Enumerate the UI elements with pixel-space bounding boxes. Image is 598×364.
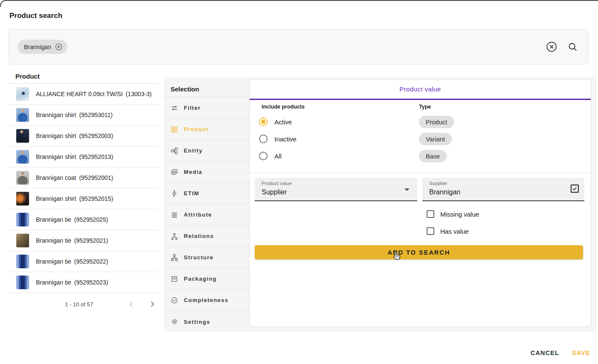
product-row[interactable]: Brannigan tie (952952025): [9, 209, 159, 230]
product-column-header: Product: [9, 72, 159, 84]
checkbox-unchecked-icon: [427, 210, 434, 218]
selection-panel: Selection Filter Product: [164, 77, 596, 332]
cancel-button[interactable]: CANCEL: [530, 349, 559, 356]
add-to-search-button[interactable]: ADD TO SEARCH: [255, 245, 583, 259]
card-divider: [250, 173, 591, 173]
radio-inactive[interactable]: Inactive: [259, 135, 297, 143]
tab-product-value[interactable]: Product value: [250, 79, 591, 100]
search-term-chip[interactable]: Brannigan: [18, 40, 67, 54]
caret-down-icon: [404, 188, 409, 191]
sidebar-item-settings[interactable]: Settings: [164, 311, 249, 332]
clear-search-icon[interactable]: [546, 41, 557, 53]
hub-icon: [171, 232, 178, 240]
next-page-icon[interactable]: [149, 301, 156, 308]
window-top-edge: [0, 0, 598, 7]
type-chip-product[interactable]: Product: [419, 116, 454, 128]
save-button[interactable]: SAVE: [572, 349, 590, 356]
sidebar-item-media[interactable]: Media: [164, 161, 249, 183]
sidebar-item-structure[interactable]: Structure: [164, 247, 249, 268]
product-row[interactable]: Brannigan tie (952952022): [9, 251, 159, 272]
type-label: Type: [419, 104, 431, 110]
product-value-select[interactable]: Product value Supplier: [255, 178, 417, 201]
include-products-label: Include products: [262, 104, 305, 110]
product-row[interactable]: ALLIANCE HEART 0.09ct TW/SI (13003-3): [9, 84, 159, 105]
sidebar-item-entity[interactable]: Entity: [164, 140, 249, 161]
sidebar-item-packaging[interactable]: Packaging: [164, 268, 249, 290]
filter-icon: [171, 104, 178, 112]
type-chip-variant[interactable]: Variant: [419, 133, 452, 145]
product-thumbnail: [16, 108, 29, 122]
sidebar-item-product[interactable]: Product: [164, 119, 249, 140]
pagination: 1 - 10 of 57: [9, 293, 159, 315]
supplier-checkbox[interactable]: [571, 185, 579, 193]
product-thumbnail: [16, 87, 29, 101]
box-icon: [171, 275, 178, 283]
check-circle-icon: [171, 296, 178, 304]
product-row[interactable]: Brannigan shirt (952953011): [9, 105, 159, 126]
sidebar-item-etim[interactable]: ETIM: [164, 183, 249, 204]
prev-page-icon[interactable]: [128, 301, 135, 308]
media-icon: [171, 168, 178, 176]
product-thumbnail: [16, 150, 29, 164]
selection-header: Selection: [164, 77, 249, 97]
sidebar-item-attribute[interactable]: Attribute: [164, 204, 249, 226]
search-icon[interactable]: [568, 42, 578, 52]
widgets-icon: [171, 126, 178, 133]
sidebar-item-relations[interactable]: Relations: [164, 226, 249, 247]
type-chip-base[interactable]: Base: [419, 150, 447, 162]
sidebar-item-filter[interactable]: Filter: [164, 97, 249, 119]
product-row[interactable]: Brannigan coat (952952001): [9, 167, 159, 188]
radio-active[interactable]: Active: [259, 117, 292, 126]
product-thumbnail: [16, 213, 29, 226]
product-row[interactable]: Brannigan shirt (952952003): [9, 126, 159, 147]
product-thumbnail: [16, 255, 29, 268]
checkbox-unchecked-icon: [427, 227, 434, 235]
product-thumbnail: [16, 129, 29, 143]
radio-selected-icon: [259, 117, 268, 126]
sitemap-icon: [171, 254, 178, 261]
product-row[interactable]: Brannigan shirt (952952015): [9, 188, 159, 209]
product-row[interactable]: Brannigan tie (952952021): [9, 230, 159, 251]
product-value-card: Product value Include products Type Acti…: [249, 79, 591, 327]
product-thumbnail: [16, 192, 29, 205]
lightning-icon: [171, 190, 178, 197]
list-lines-icon: [171, 211, 178, 219]
gear-icon: [171, 318, 178, 326]
missing-value-checkbox[interactable]: Missing value: [427, 210, 479, 218]
search-input[interactable]: Brannigan: [9, 29, 589, 65]
product-row[interactable]: Brannigan tie (952952023): [9, 272, 159, 293]
product-thumbnail: [16, 171, 29, 185]
pagination-range: 1 - 10 of 57: [65, 301, 93, 308]
radio-unselected-icon: [259, 152, 268, 160]
product-row[interactable]: Brannigan shirt (952952013): [9, 147, 159, 167]
page-title: Product search: [9, 12, 62, 20]
product-results-list: Product ALLIANCE HEART 0.09ct TW/SI (130…: [9, 72, 159, 315]
product-thumbnail: [16, 234, 29, 247]
product-thumbnail: [16, 276, 29, 289]
entity-tree-icon: [171, 147, 178, 155]
remove-chip-icon[interactable]: [55, 43, 63, 51]
search-chip-label: Brannigan: [24, 44, 51, 50]
radio-unselected-icon: [259, 135, 268, 143]
selection-menu: Selection Filter Product: [164, 77, 249, 332]
dialog-footer: CANCEL SAVE: [530, 349, 590, 356]
has-value-checkbox[interactable]: Has value: [427, 227, 469, 235]
supplier-field[interactable]: Supplier Brannigan: [422, 178, 584, 201]
sidebar-item-completeness[interactable]: Completeness: [164, 290, 249, 311]
radio-all[interactable]: All: [259, 152, 282, 160]
